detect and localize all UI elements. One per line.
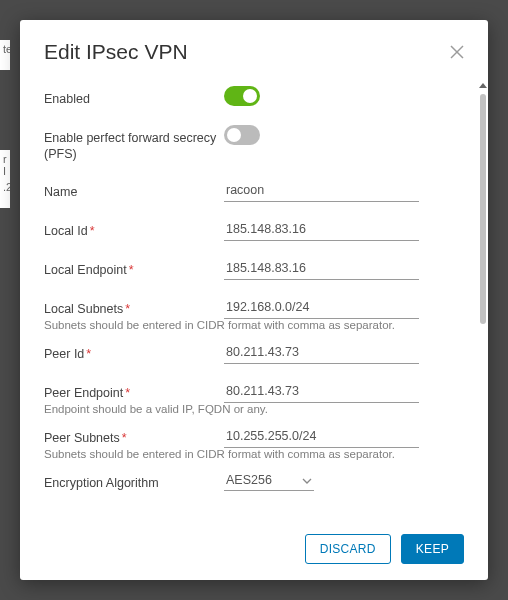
- row-peer-subnets: Peer Subnets*: [44, 425, 454, 448]
- row-enabled: Enabled: [44, 86, 454, 109]
- label-enabled: Enabled: [44, 86, 224, 107]
- select-encryption[interactable]: AES256: [224, 470, 314, 491]
- row-encryption: Encryption Algorithm AES256: [44, 470, 454, 491]
- label-name: Name: [44, 179, 224, 200]
- modal-title: Edit IPsec VPN: [44, 40, 188, 64]
- helper-local-subnets: Subnets should be entered in CIDR format…: [44, 319, 454, 331]
- close-icon[interactable]: [450, 45, 464, 59]
- label-peer-id: Peer Id*: [44, 341, 224, 362]
- label-peer-subnets: Peer Subnets*: [44, 425, 224, 446]
- select-encryption-value: AES256: [226, 473, 302, 487]
- edit-ipsec-vpn-modal: Edit IPsec VPN Enabled Enable perfect fo…: [20, 20, 488, 580]
- form-scroll-area: Enabled Enable perfect forward secrecy (…: [20, 78, 478, 518]
- helper-peer-endpoint: Endpoint should be a valid IP, FQDN or a…: [44, 403, 454, 415]
- label-peer-endpoint: Peer Endpoint*: [44, 380, 224, 401]
- scroll-thumb[interactable]: [480, 94, 486, 324]
- input-local-id[interactable]: [224, 218, 419, 241]
- modal-footer: DISCARD KEEP: [20, 518, 488, 580]
- row-peer-id: Peer Id*: [44, 341, 454, 364]
- input-local-endpoint[interactable]: [224, 257, 419, 280]
- label-local-subnets: Local Subnets*: [44, 296, 224, 317]
- label-pfs: Enable perfect forward secrecy (PFS): [44, 125, 224, 163]
- row-local-id: Local Id*: [44, 218, 454, 241]
- background-text: tes: [0, 40, 10, 70]
- toggle-pfs[interactable]: [224, 125, 260, 145]
- input-local-subnets[interactable]: [224, 296, 419, 319]
- input-peer-subnets[interactable]: [224, 425, 419, 448]
- background-text: r I: [0, 150, 10, 180]
- input-peer-id[interactable]: [224, 341, 419, 364]
- toggle-enabled[interactable]: [224, 86, 260, 106]
- scrollbar[interactable]: [478, 78, 488, 518]
- row-local-subnets: Local Subnets*: [44, 296, 454, 319]
- helper-peer-subnets: Subnets should be entered in CIDR format…: [44, 448, 454, 460]
- discard-button[interactable]: DISCARD: [305, 534, 391, 564]
- input-peer-endpoint[interactable]: [224, 380, 419, 403]
- label-encryption: Encryption Algorithm: [44, 470, 224, 491]
- row-name: Name: [44, 179, 454, 202]
- row-pfs: Enable perfect forward secrecy (PFS): [44, 125, 454, 163]
- row-local-endpoint: Local Endpoint*: [44, 257, 454, 280]
- modal-body: Enabled Enable perfect forward secrecy (…: [20, 78, 488, 518]
- keep-button[interactable]: KEEP: [401, 534, 464, 564]
- chevron-down-icon: [302, 473, 312, 487]
- background-text: .21: [0, 178, 10, 208]
- label-local-id: Local Id*: [44, 218, 224, 239]
- modal-header: Edit IPsec VPN: [20, 20, 488, 78]
- scroll-up-icon[interactable]: [478, 78, 488, 92]
- label-local-endpoint: Local Endpoint*: [44, 257, 224, 278]
- input-name[interactable]: [224, 179, 419, 202]
- row-peer-endpoint: Peer Endpoint*: [44, 380, 454, 403]
